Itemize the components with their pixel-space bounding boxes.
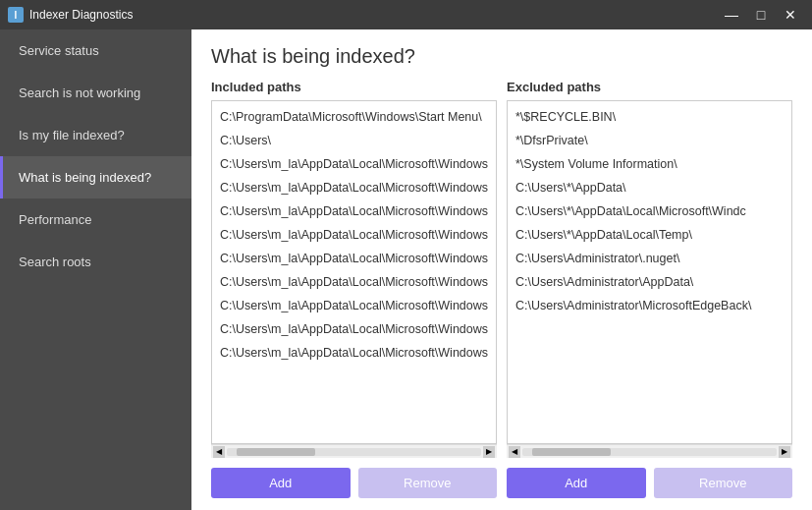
sidebar-item-performance[interactable]: Performance (0, 198, 191, 241)
excluded-remove-button[interactable]: Remove (654, 468, 793, 498)
list-item[interactable]: *\$RECYCLE.BIN\ (508, 105, 791, 129)
included-scroll-right-btn[interactable]: ▶ (483, 446, 495, 458)
close-button[interactable]: ✕ (777, 4, 804, 26)
list-item[interactable]: C:\ProgramData\Microsoft\Windows\Start M… (212, 105, 496, 129)
excluded-paths-panel: Excluded paths *\$RECYCLE.BIN\*\DfsrPriv… (507, 76, 792, 458)
included-add-button[interactable]: Add (211, 468, 351, 498)
titlebar-controls: — □ ✕ (718, 4, 804, 26)
maximize-button[interactable]: □ (747, 4, 775, 26)
list-item[interactable]: C:\Users\m_la\AppData\Local\Microsoft\Wi… (212, 176, 496, 199)
included-remove-button[interactable]: Remove (358, 468, 498, 498)
included-horiz-scroll: ◀ ▶ (211, 444, 497, 458)
list-item[interactable]: C:\Users\m_la\AppData\Local\Microsoft\Wi… (212, 152, 496, 176)
list-item[interactable]: C:\Users\*\AppData\ (508, 176, 791, 199)
included-buttons: Add Remove (211, 468, 497, 498)
included-paths-list-wrapper: C:\ProgramData\Microsoft\Windows\Start M… (211, 100, 497, 444)
excluded-buttons: Add Remove (507, 468, 792, 498)
content-area: What is being indexed? Included paths C:… (191, 29, 812, 510)
included-scroll-thumb (237, 448, 315, 456)
excluded-scroll-left-btn[interactable]: ◀ (509, 446, 520, 458)
list-item[interactable]: C:\Users\m_la\AppData\Local\Microsoft\Wi… (212, 247, 496, 270)
excluded-paths-list-wrapper: *\$RECYCLE.BIN\*\DfsrPrivate\*\System Vo… (507, 100, 792, 444)
titlebar: I Indexer Diagnostics — □ ✕ (0, 0, 812, 29)
list-item[interactable]: C:\Users\m_la\AppData\Local\Microsoft\Wi… (212, 317, 496, 341)
included-scroll-left-btn[interactable]: ◀ (213, 446, 225, 458)
list-item[interactable]: C:\Users\m_la\AppData\Local\Microsoft\Wi… (212, 270, 496, 294)
sidebar-item-file-indexed[interactable]: Is my file indexed? (0, 114, 191, 156)
list-item[interactable]: C:\Users\Administrator\AppData\ (508, 270, 791, 294)
excluded-scroll-right-btn[interactable]: ▶ (779, 446, 790, 458)
excluded-paths-list[interactable]: *\$RECYCLE.BIN\*\DfsrPrivate\*\System Vo… (508, 101, 791, 443)
list-item[interactable]: C:\Users\m_la\AppData\Local\Microsoft\Wi… (212, 341, 496, 365)
included-paths-list[interactable]: C:\ProgramData\Microsoft\Windows\Start M… (212, 101, 496, 443)
list-item[interactable]: C:\Users\m_la\AppData\Local\Microsoft\Wi… (212, 294, 496, 317)
excluded-scroll-track (522, 448, 777, 456)
main-layout: Service statusSearch is not workingIs my… (0, 29, 812, 510)
app-icon-letter: I (15, 10, 18, 21)
page-title: What is being indexed? (211, 45, 792, 68)
sidebar-item-search-not-working[interactable]: Search is not working (0, 72, 191, 114)
sidebar-item-service-status[interactable]: Service status (0, 29, 191, 72)
list-item[interactable]: C:\Users\m_la\AppData\Local\Microsoft\Wi… (212, 199, 496, 223)
minimize-button[interactable]: — (718, 4, 745, 26)
included-scroll-track (227, 448, 481, 456)
excluded-paths-header: Excluded paths (507, 76, 792, 100)
included-paths-header: Included paths (211, 76, 497, 100)
excluded-horiz-scroll: ◀ ▶ (507, 444, 792, 458)
list-item[interactable]: *\DfsrPrivate\ (508, 129, 791, 152)
list-item[interactable]: C:\Users\Administrator\.nuget\ (508, 247, 791, 270)
list-item[interactable]: C:\Users\*\AppData\Local\Microsoft\Windc (508, 199, 791, 223)
list-item[interactable]: C:\Users\ (212, 129, 496, 152)
app-icon: I (8, 7, 24, 23)
bottom-buttons: Add Remove Add Remove (191, 458, 812, 510)
included-paths-panel: Included paths C:\ProgramData\Microsoft\… (211, 76, 497, 458)
sidebar-item-search-roots[interactable]: Search roots (0, 241, 191, 283)
sidebar: Service statusSearch is not workingIs my… (0, 29, 191, 510)
list-item[interactable]: C:\Users\m_la\AppData\Local\Microsoft\Wi… (212, 223, 496, 247)
content-header: What is being indexed? (191, 29, 812, 76)
excluded-add-button[interactable]: Add (507, 468, 646, 498)
list-item[interactable]: C:\Users\*\AppData\Local\Temp\ (508, 223, 791, 247)
excluded-scroll-thumb (532, 448, 611, 456)
sidebar-item-what-indexed[interactable]: What is being indexed? (0, 156, 191, 198)
titlebar-title: Indexer Diagnostics (29, 8, 712, 22)
list-item[interactable]: C:\Users\Administrator\MicrosoftEdgeBack… (508, 294, 791, 317)
paths-container: Included paths C:\ProgramData\Microsoft\… (191, 76, 812, 458)
list-item[interactable]: *\System Volume Information\ (508, 152, 791, 176)
